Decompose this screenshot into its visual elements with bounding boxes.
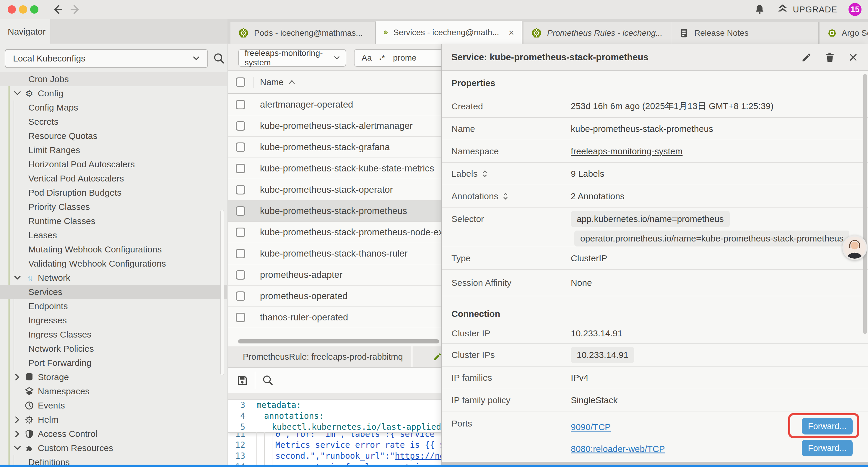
close-icon[interactable] xyxy=(848,52,859,63)
row-checkbox[interactable] xyxy=(236,206,245,216)
selector-chip[interactable]: app.kubernetes.io/name=prometheus xyxy=(571,211,730,227)
detail-row-cluster-ip: Cluster IP 10.233.14.91 xyxy=(442,323,868,344)
tree-item-label: Helm xyxy=(38,415,59,425)
tree-item-resource-quotas[interactable]: Resource Quotas xyxy=(0,129,227,143)
tree-item-priority-classes[interactable]: Priority Classes xyxy=(0,200,227,214)
tree-item-runtime-classes[interactable]: Runtime Classes xyxy=(0,214,227,228)
upgrade-button[interactable]: UPGRADE xyxy=(776,4,837,16)
trash-icon[interactable] xyxy=(825,52,835,63)
tree-item-horizontal-pod-autoscalers[interactable]: Horizontal Pod Autoscalers xyxy=(0,157,227,171)
row-checkbox[interactable] xyxy=(236,185,245,195)
row-checkbox[interactable] xyxy=(236,100,245,109)
tree-item-services[interactable]: Services xyxy=(0,285,227,299)
chevron-down-icon[interactable] xyxy=(13,90,21,97)
regex-toggle[interactable]: ▪* xyxy=(379,53,385,63)
chevron-down-icon[interactable] xyxy=(13,444,21,452)
search-icon[interactable] xyxy=(213,53,225,64)
user-avatar[interactable] xyxy=(842,235,867,260)
tab-label: Services - icecheng@math... xyxy=(393,28,499,37)
horizontal-scrollbar[interactable] xyxy=(238,339,439,344)
close-window-button[interactable] xyxy=(8,5,16,13)
row-checkbox[interactable] xyxy=(236,249,245,258)
service-name: prometheus-adapter xyxy=(260,269,342,280)
detail-label: IP family policy xyxy=(452,395,571,405)
tree-item-secrets[interactable]: Secrets xyxy=(0,115,227,129)
tree-group-config[interactable]: ⚙ Config xyxy=(0,86,227,100)
chevron-right-icon[interactable] xyxy=(13,416,21,424)
row-checkbox[interactable] xyxy=(236,291,245,301)
tree-group-custom-resources[interactable]: Custom Resources xyxy=(0,441,227,455)
kubernetes-icon xyxy=(531,28,542,38)
tree-item-ingress-classes[interactable]: Ingress Classes xyxy=(0,327,227,342)
namespace-filter-select[interactable]: freeleaps-monitoring-system xyxy=(238,49,346,67)
row-checkbox[interactable] xyxy=(236,143,245,152)
port-link-8080[interactable]: 8080:reloader-web/TCP xyxy=(571,444,665,454)
detail-row-name: Name kube-prometheus-stack-prometheus xyxy=(442,118,868,140)
row-checkbox[interactable] xyxy=(236,121,245,130)
details-scrollbar[interactable] xyxy=(863,74,867,334)
maximize-window-button[interactable] xyxy=(30,5,38,13)
tree-item-mutating-webhook-configurations[interactable]: Mutating Webhook Configurations xyxy=(0,242,227,257)
service-name: kube-prometheus-stack-operator xyxy=(260,184,393,195)
details-header: Service: kube-prometheus-stack-prometheu… xyxy=(442,44,868,71)
chevron-right-icon[interactable] xyxy=(13,373,21,381)
detail-label[interactable]: Labels xyxy=(452,169,571,179)
namespace-link[interactable]: freeleaps-monitoring-system xyxy=(571,146,682,156)
row-checkbox[interactable] xyxy=(236,164,245,173)
tree-group-helm[interactable]: Helm xyxy=(0,413,227,427)
tree-item-namespaces[interactable]: Namespaces xyxy=(0,384,227,399)
match-case-toggle[interactable]: Aa xyxy=(362,53,372,63)
kubeconfig-select[interactable]: Local Kubeconfigs xyxy=(5,49,208,68)
tab-argo[interactable]: Argo Se xyxy=(820,22,868,44)
back-arrow-icon[interactable] xyxy=(52,4,63,16)
notifications-bell-icon[interactable] xyxy=(754,4,765,16)
tab-prometheus-rules[interactable]: Prometheus Rules - icecheng... xyxy=(524,22,671,44)
tab-label: Prometheus Rules - icecheng... xyxy=(547,28,663,38)
row-checkbox[interactable] xyxy=(236,270,245,280)
tab-close-icon[interactable]: × xyxy=(508,27,514,38)
editor-search-icon[interactable] xyxy=(262,375,274,386)
tree-group-access-control[interactable]: Access Control xyxy=(0,427,227,441)
tree-item-events[interactable]: Events xyxy=(0,399,227,413)
tree-item-config-maps[interactable]: Config Maps xyxy=(0,100,227,115)
tree-item-port-forwarding[interactable]: Port Forwarding xyxy=(0,356,227,370)
tree-item-vertical-pod-autoscalers[interactable]: Vertical Pod Autoscalers xyxy=(0,171,227,185)
minimize-window-button[interactable] xyxy=(19,5,27,13)
tree-item-label: Vertical Pod Autoscalers xyxy=(28,174,124,183)
tab-services[interactable]: Services - icecheng@math... × xyxy=(376,21,522,44)
tree-item-endpoints[interactable]: Endpoints xyxy=(0,299,227,313)
yaml-key: kubectl.kubernetes.io/last-applied-con xyxy=(252,421,461,432)
tree-item-network-policies[interactable]: Network Policies xyxy=(0,342,227,356)
tree-group-storage[interactable]: Storage xyxy=(0,370,227,384)
tree-item-pod-disruption-budgets[interactable]: Pod Disruption Budgets xyxy=(0,185,227,200)
sidebar-scrollbar[interactable] xyxy=(220,210,224,375)
tab-pods[interactable]: Pods - icecheng@mathmas... xyxy=(230,22,376,44)
navigator-panel-tab[interactable]: Navigator xyxy=(0,19,50,44)
tree-item-cron-jobs[interactable]: Cron Jobs xyxy=(0,72,227,86)
selector-chip[interactable]: operator.prometheus.io/name=kube-prometh… xyxy=(574,231,849,246)
tree-item-validating-webhook-configurations[interactable]: Validating Webhook Configurations xyxy=(0,257,227,271)
chevron-down-icon[interactable] xyxy=(13,274,21,282)
detail-row-session-affinity: Session Affinity None xyxy=(442,269,868,296)
name-column-header[interactable]: Name xyxy=(260,77,296,87)
row-checkbox[interactable] xyxy=(236,228,245,237)
forward-button-8080[interactable]: Forward... xyxy=(802,440,852,456)
edit-pencil-icon[interactable] xyxy=(801,52,812,63)
tree-group-network[interactable]: ↑↓ Network xyxy=(0,271,227,285)
tree-item-limit-ranges[interactable]: Limit Ranges xyxy=(0,143,227,157)
chevron-right-icon[interactable] xyxy=(13,430,21,438)
detail-row-annotations: Annotations 2 Annotations xyxy=(442,185,868,207)
kubernetes-icon xyxy=(828,28,836,38)
port-link-9090[interactable]: 9090/TCP xyxy=(571,422,611,432)
forward-arrow-icon[interactable] xyxy=(70,4,82,16)
select-all-checkbox[interactable] xyxy=(236,78,245,87)
save-icon[interactable] xyxy=(236,375,248,386)
tree-item-leases[interactable]: Leases xyxy=(0,228,227,242)
tab-release-notes[interactable]: Release Notes xyxy=(671,22,819,44)
row-checkbox[interactable] xyxy=(236,313,245,322)
detail-label[interactable]: Annotations xyxy=(452,191,571,201)
upgrade-chevrons-icon xyxy=(776,4,789,16)
editor-tab-prometheusrule[interactable]: PrometheusRule: freeleaps-prod-rabbitmq xyxy=(228,346,411,367)
notification-count-badge[interactable]: 15 xyxy=(848,3,862,16)
tree-item-ingresses[interactable]: Ingresses xyxy=(0,313,227,327)
